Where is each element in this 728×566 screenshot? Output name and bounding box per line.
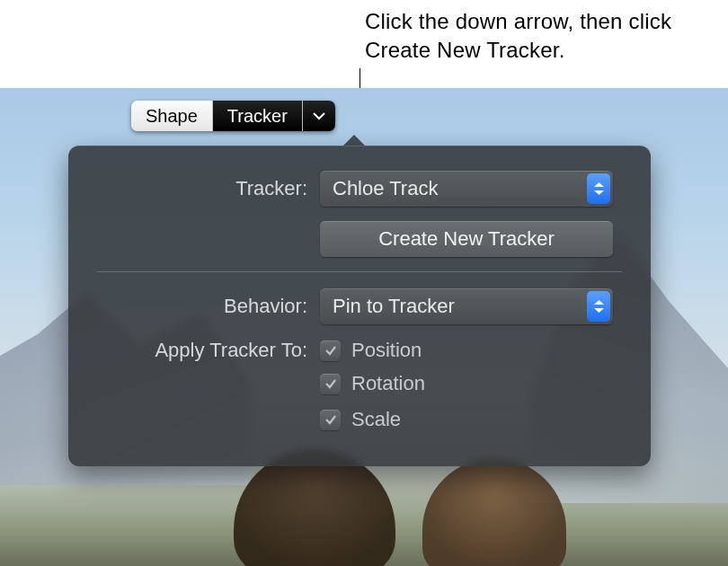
position-checkbox-label: Position [351,339,422,362]
segment-shape[interactable]: Shape [131,101,213,131]
rotation-checkbox-label: Rotation [351,372,425,395]
behavior-field-label: Behavior: [97,295,320,318]
chevron-down-icon [313,108,325,124]
create-new-tracker-button[interactable]: Create New Tracker [320,221,613,257]
segment-dropdown-arrow[interactable] [303,101,335,131]
segment-tracker[interactable]: Tracker [213,101,303,131]
stepper-arrows-icon [587,173,610,204]
divider [97,271,622,272]
tracker-select[interactable]: Chloe Track [320,171,613,207]
mode-segmented-control: Shape Tracker [131,101,335,131]
tracker-select-value: Chloe Track [333,177,438,200]
behavior-select[interactable]: Pin to Tracker [320,288,613,324]
instruction-caption: Click the down arrow, then click Create … [365,7,706,66]
stepper-arrows-icon [587,291,610,322]
tracker-popover: Tracker: Chloe Track Create New Tracker … [68,146,651,466]
position-checkbox[interactable] [320,340,341,361]
scale-checkbox-label: Scale [351,408,401,431]
behavior-select-value: Pin to Tracker [333,295,455,318]
rotation-checkbox[interactable] [320,374,341,394]
tracker-field-label: Tracker: [97,177,320,200]
apply-tracker-to-label: Apply Tracker To: [97,339,320,362]
scale-checkbox[interactable] [320,410,341,430]
